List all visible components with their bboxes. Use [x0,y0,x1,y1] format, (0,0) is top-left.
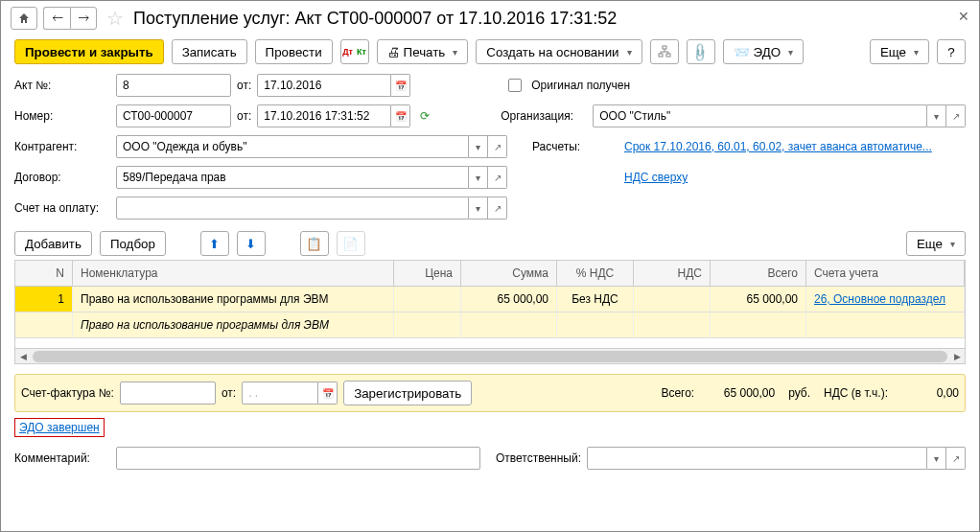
org-label: Организация: [501,109,587,123]
dtkt-button[interactable]: ДтКт [340,39,369,64]
col-price[interactable]: Цена [394,261,461,286]
col-sum[interactable]: Сумма [461,261,557,286]
act-number-input[interactable]: 8 [116,74,231,97]
open-icon[interactable]: ↗ [946,104,966,127]
paste-button[interactable]: 📄 [337,231,365,256]
original-label: Оригинал получен [531,79,630,92]
page-title: Поступление услуг: Акт СТ00-000007 от 17… [133,9,617,29]
total-label: Всего: [661,386,694,400]
account-link[interactable]: 26, Основное подраздел [814,292,945,306]
move-down-button[interactable]: ⬇ [237,231,266,256]
create-based-button[interactable]: Создать на основании [476,39,642,64]
contract-label: Договор: [14,171,110,184]
open-icon[interactable]: ↗ [488,166,507,189]
col-accounts[interactable]: Счета учета [806,261,965,286]
select-button[interactable]: Подбор [100,231,166,256]
dropdown-icon[interactable]: ▾ [469,166,488,189]
invoice-label: Счет на оплату: [14,201,110,215]
calc-label: Расчеты: [532,140,618,153]
back-button[interactable]: 🡐 [43,7,70,30]
calendar-icon[interactable]: 📅 [391,74,410,97]
svg-rect-0 [663,46,666,49]
col-nomenclature[interactable]: Номенклатура [73,261,394,286]
print-button[interactable]: 🖨Печать [377,39,469,64]
favorite-icon[interactable]: ☆ [106,7,124,30]
calendar-icon[interactable]: 📅 [391,104,410,127]
open-icon[interactable]: ↗ [946,447,966,470]
col-total[interactable]: Всего [711,261,806,286]
act-date-input[interactable]: 17.10.2016 [257,74,391,97]
more-button[interactable]: Еще [870,39,929,64]
refresh-icon[interactable]: ⟳ [420,109,430,123]
dropdown-icon[interactable]: ▾ [927,447,946,470]
edo-button[interactable]: 📨ЭДО [723,39,805,64]
open-icon[interactable]: ↗ [488,197,507,220]
calc-link[interactable]: Срок 17.10.2016, 60.01, 60.02, зачет ава… [624,140,932,153]
sf-label: Счет-фактура №: [21,386,114,400]
struct-button[interactable] [650,39,679,64]
act-label: Акт №: [14,79,110,92]
sf-date-input[interactable]: . . [242,382,318,405]
horizontal-scrollbar[interactable]: ◀ ▶ [14,349,966,364]
invoice-input[interactable] [116,197,469,220]
comment-label: Комментарий: [14,451,110,465]
printer-icon: 🖨 [387,45,400,59]
svg-rect-1 [659,54,663,57]
open-icon[interactable]: ↗ [488,135,507,158]
contract-input[interactable]: 589/Передача прав [116,166,469,189]
total-value: 65 000,00 [708,386,775,400]
col-vatpct[interactable]: % НДС [557,261,634,286]
forward-button[interactable]: 🡒 [70,7,97,30]
edo-icon: 📨 [734,45,750,59]
post-button[interactable]: Провести [255,39,333,64]
attach-button[interactable]: 📎 [687,39,715,64]
scroll-left-icon[interactable]: ◀ [15,350,31,363]
home-button[interactable] [11,7,37,30]
paperclip-icon: 📎 [689,41,712,63]
table-more-button[interactable]: Еще [906,231,966,256]
items-table: N Номенклатура Цена Сумма % НДС НДС Всег… [14,260,966,349]
vat-value: 0,00 [901,386,959,400]
number-label: Номер: [14,109,110,123]
dropdown-icon[interactable]: ▾ [927,104,946,127]
help-button[interactable]: ? [937,39,966,64]
original-checkbox[interactable] [508,79,522,92]
svg-rect-2 [666,54,670,57]
table-row[interactable]: Право на использование программы для ЭВМ [15,312,965,338]
edo-status-link[interactable]: ЭДО завершен [19,421,100,434]
post-and-close-button[interactable]: Провести и закрыть [14,39,164,64]
responsible-label: Ответственный: [496,451,581,465]
vat-link[interactable]: НДС сверху [624,171,688,184]
from-label: от: [237,79,251,92]
close-icon[interactable]: ✕ [958,9,969,24]
responsible-input[interactable] [587,447,927,470]
scroll-right-icon[interactable]: ▶ [949,350,965,363]
number-date-input[interactable]: 17.10.2016 17:31:52 [257,104,391,127]
number-input[interactable]: СТ00-000007 [116,104,231,127]
dropdown-icon[interactable]: ▾ [469,135,488,158]
dropdown-icon[interactable]: ▾ [469,197,488,220]
calendar-icon[interactable]: 📅 [318,382,338,405]
move-up-button[interactable]: ⬆ [200,231,229,256]
col-vat[interactable]: НДС [634,261,711,286]
col-n[interactable]: N [15,261,73,286]
save-button[interactable]: Записать [172,39,247,64]
org-input[interactable]: ООО "Стиль" [593,104,927,127]
contractor-label: Контрагент: [14,140,110,153]
add-button[interactable]: Добавить [14,231,92,256]
vat-label: НДС (в т.ч.): [824,386,888,400]
contractor-input[interactable]: ООО "Одежда и обувь" [116,135,469,158]
table-row[interactable]: 1 Право на использование программы для Э… [15,287,965,312]
register-button[interactable]: Зарегистрировать [343,381,472,405]
copy-button[interactable]: 📋 [300,231,329,256]
sf-number-input[interactable] [120,382,216,405]
comment-input[interactable] [116,447,480,470]
